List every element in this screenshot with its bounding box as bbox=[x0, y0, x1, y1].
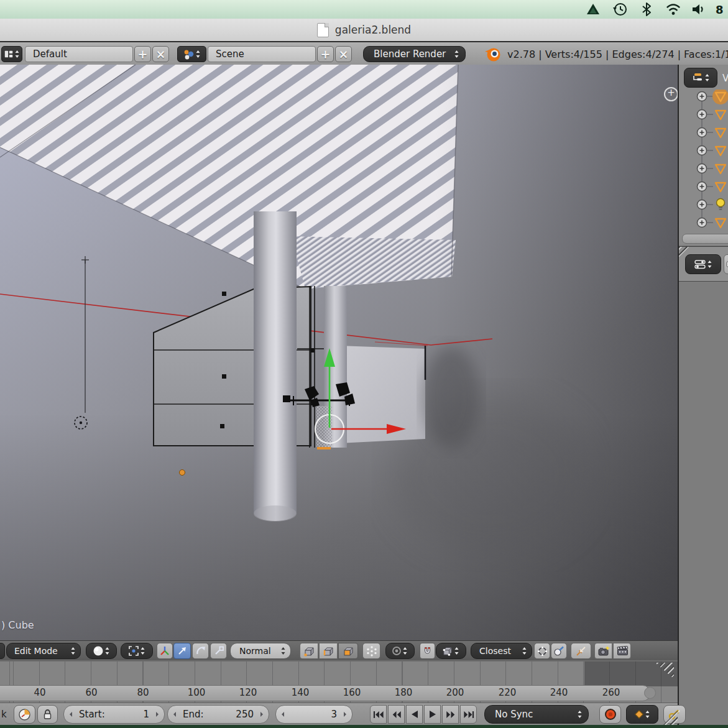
view3d-header: Edit Mode bbox=[0, 640, 678, 661]
drive-icon[interactable] bbox=[585, 1, 601, 17]
delete-scene-button[interactable]: × bbox=[335, 46, 352, 62]
jump-to-end-button[interactable] bbox=[460, 705, 477, 724]
snap-toggle-button-active[interactable] bbox=[420, 643, 435, 659]
pivot-icon bbox=[128, 645, 139, 657]
sync-mode-dropdown[interactable]: No Sync bbox=[484, 705, 589, 724]
chevron-updown-icon bbox=[453, 49, 460, 59]
jump-to-prev-keyframe-button[interactable] bbox=[388, 705, 405, 724]
viewport-shading-dropdown[interactable] bbox=[86, 643, 117, 659]
outliner-item-mesh[interactable] bbox=[698, 110, 726, 120]
column-large bbox=[254, 211, 297, 522]
delete-layout-button[interactable]: × bbox=[152, 46, 169, 62]
screen-layout-value: Default bbox=[33, 48, 67, 60]
keyframe-diamond-icon bbox=[634, 709, 644, 719]
play-reverse-button[interactable] bbox=[406, 705, 423, 724]
preview-range-button[interactable] bbox=[14, 705, 35, 724]
lock-frame-button[interactable] bbox=[37, 705, 58, 724]
outliner-item-mesh[interactable] bbox=[698, 128, 726, 138]
volume-icon[interactable] bbox=[691, 1, 707, 17]
auto-keyframe-record-button[interactable] bbox=[599, 705, 621, 724]
region-expand-button[interactable]: + bbox=[664, 87, 678, 101]
window-title-bar[interactable]: galeria2.blend bbox=[0, 19, 728, 42]
orientation-value: Normal bbox=[239, 646, 280, 656]
outliner-item-mesh[interactable] bbox=[698, 182, 726, 192]
snap-target-value: Closest bbox=[479, 646, 521, 656]
outliner-scrollbar[interactable] bbox=[682, 234, 728, 244]
render-engine-dropdown[interactable]: Blender Render bbox=[363, 46, 466, 62]
transform-orientation-dropdown[interactable]: Normal bbox=[230, 643, 291, 659]
desktop-background-strip bbox=[0, 725, 728, 728]
wifi-icon[interactable] bbox=[665, 1, 681, 17]
occlude-geometry-icon bbox=[366, 645, 377, 657]
properties-editor-type-button[interactable] bbox=[685, 254, 721, 274]
play-button[interactable] bbox=[424, 705, 441, 724]
screen-layout-dropdown[interactable]: Default bbox=[25, 46, 133, 62]
decrement-arrow-icon[interactable] bbox=[68, 711, 73, 718]
render-tab-button[interactable] bbox=[724, 254, 728, 274]
pivot-point-dropdown[interactable] bbox=[121, 643, 153, 659]
scene-name-value: Scene bbox=[216, 48, 244, 60]
proportional-edit-dropdown[interactable] bbox=[385, 643, 415, 659]
increment-arrow-icon[interactable] bbox=[259, 711, 264, 718]
ruler-tick: 60 bbox=[85, 687, 97, 698]
outliner-item-mesh[interactable] bbox=[698, 146, 726, 156]
decrement-arrow-icon[interactable] bbox=[172, 711, 177, 718]
edge-select-button[interactable] bbox=[319, 643, 338, 659]
decrement-arrow-icon[interactable] bbox=[280, 711, 285, 718]
mode-dropdown[interactable]: Edit Mode bbox=[6, 643, 81, 659]
outliner-editor-type-button[interactable] bbox=[684, 68, 717, 87]
outliner-item-mesh[interactable] bbox=[698, 218, 726, 228]
outliner-item-lamp[interactable] bbox=[698, 199, 725, 210]
outliner-view-menu[interactable]: V bbox=[722, 73, 728, 84]
editor-type-button[interactable] bbox=[1, 46, 22, 62]
scene-name-field[interactable]: Scene bbox=[208, 46, 316, 62]
record-icon bbox=[604, 708, 617, 721]
chevron-updown-icon bbox=[521, 646, 528, 656]
3d-viewport[interactable]: ) Cube + bbox=[0, 65, 678, 640]
scale-manipulator-button[interactable] bbox=[210, 643, 227, 659]
mode-icon-button-clipped[interactable] bbox=[0, 643, 5, 659]
outliner-item-mesh[interactable] bbox=[698, 164, 726, 174]
frame-end-field[interactable]: End: 250 bbox=[167, 705, 269, 724]
snap-peel-object-button[interactable] bbox=[534, 643, 550, 659]
blender-logo bbox=[484, 47, 501, 65]
increment-arrow-icon[interactable] bbox=[343, 711, 348, 718]
timeline-playback-menu[interactable]: k bbox=[1, 709, 7, 720]
snap-self-button[interactable] bbox=[551, 643, 567, 659]
3d-viewport-canvas[interactable] bbox=[0, 65, 678, 640]
keying-set-dropdown[interactable] bbox=[626, 705, 658, 724]
jump-to-next-keyframe-button[interactable] bbox=[442, 705, 459, 724]
history-icon[interactable] bbox=[612, 1, 628, 17]
current-frame-field[interactable]: 3 bbox=[275, 705, 352, 724]
timeline-scrollbar-knob[interactable] bbox=[644, 687, 656, 699]
ruler-tick: 40 bbox=[34, 687, 45, 698]
scene-browse-button[interactable] bbox=[177, 46, 206, 62]
snap-target-dropdown[interactable]: Closest bbox=[471, 643, 532, 659]
add-layout-button[interactable]: + bbox=[134, 46, 151, 62]
timeline-editor[interactable]: 40 60 80 100 120 140 160 180 200 220 240… bbox=[0, 660, 678, 704]
ruler-tick: 140 bbox=[292, 687, 310, 698]
opengl-render-anim-button[interactable] bbox=[613, 643, 631, 659]
face-select-icon bbox=[343, 645, 354, 657]
vertex-select-button[interactable] bbox=[300, 643, 318, 659]
frame-start-field[interactable]: Start: 1 bbox=[63, 705, 165, 724]
snap-element-dropdown[interactable] bbox=[436, 643, 466, 659]
increment-arrow-icon[interactable] bbox=[155, 711, 160, 718]
ruler-tick: 240 bbox=[550, 687, 568, 698]
outliner-tree[interactable] bbox=[679, 90, 728, 234]
chevron-updown-icon bbox=[704, 73, 711, 83]
bluetooth-icon[interactable] bbox=[638, 1, 655, 17]
jump-to-start-button[interactable] bbox=[370, 705, 387, 724]
camera-icon bbox=[597, 645, 610, 657]
manipulator-toggle-button[interactable] bbox=[157, 643, 173, 659]
chevron-updown-icon bbox=[280, 646, 287, 656]
ruler-tick: 260 bbox=[602, 687, 620, 698]
translate-manipulator-button[interactable] bbox=[173, 643, 191, 659]
manipulate-center-points-button[interactable] bbox=[571, 643, 591, 659]
add-scene-button[interactable]: + bbox=[317, 46, 334, 62]
opengl-render-button[interactable] bbox=[594, 643, 612, 659]
face-select-button-active[interactable] bbox=[338, 643, 358, 659]
limit-selection-visible-button[interactable] bbox=[362, 643, 380, 659]
timeline-scrollbar-ruler[interactable]: 40 60 80 100 120 140 160 180 200 220 240… bbox=[0, 685, 650, 701]
rotate-manipulator-button[interactable] bbox=[192, 643, 209, 659]
